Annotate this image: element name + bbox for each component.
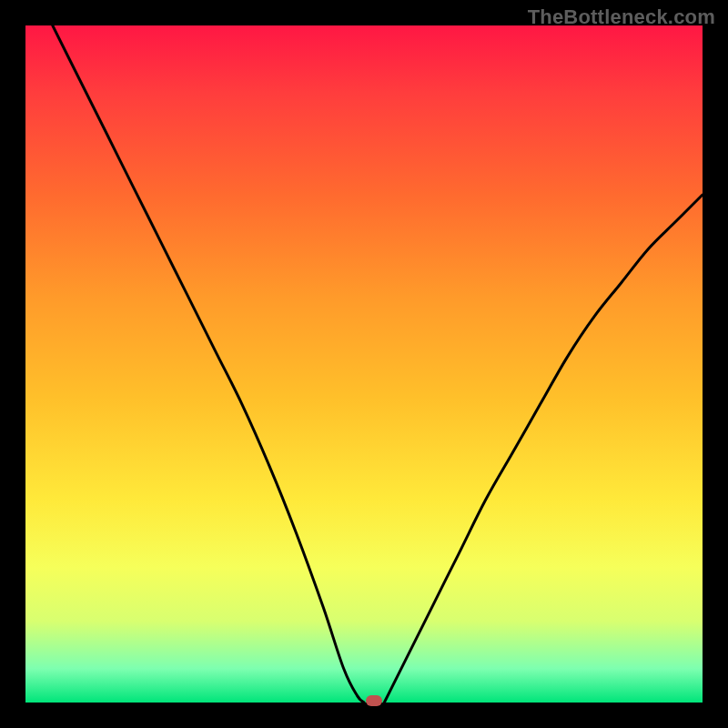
curve-right-branch	[384, 195, 703, 703]
curve-left-branch	[53, 25, 364, 703]
optimal-point-marker	[366, 695, 382, 706]
watermark-text: TheBottleneck.com	[528, 5, 715, 29]
plot-area	[25, 25, 703, 703]
chart-frame: TheBottleneck.com	[0, 0, 728, 728]
bottleneck-curve	[25, 25, 703, 703]
